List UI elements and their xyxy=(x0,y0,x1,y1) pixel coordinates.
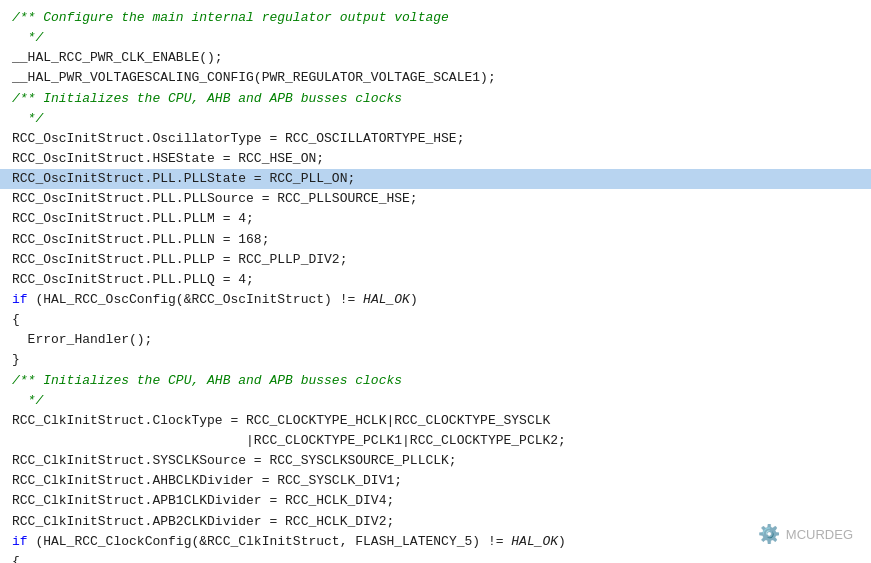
code-line: Error_Handler(); xyxy=(12,330,859,350)
code-line: /** Configure the main internal regulato… xyxy=(12,8,859,28)
code-line: { xyxy=(12,310,859,330)
code-line: if (HAL_RCC_OscConfig(&RCC_OscInitStruct… xyxy=(12,290,859,310)
code-line: __HAL_PWR_VOLTAGESCALING_CONFIG(PWR_REGU… xyxy=(12,68,859,88)
code-line: */ xyxy=(12,28,859,48)
code-line: */ xyxy=(12,391,859,411)
code-line: RCC_ClkInitStruct.AHBCLKDivider = RCC_SY… xyxy=(12,471,859,491)
code-line: } xyxy=(12,350,859,370)
code-line: RCC_ClkInitStruct.SYSCLKSource = RCC_SYS… xyxy=(12,451,859,471)
watermark-icon: ⚙️ xyxy=(758,523,780,545)
code-lines: /** Configure the main internal regulato… xyxy=(12,8,859,563)
code-line: */ xyxy=(12,109,859,129)
code-line: |RCC_CLOCKTYPE_PCLK1|RCC_CLOCKTYPE_PCLK2… xyxy=(12,431,859,451)
code-line: if (HAL_RCC_ClockConfig(&RCC_ClkInitStru… xyxy=(12,532,859,552)
watermark: ⚙️ MCURDEG xyxy=(758,523,853,545)
code-line: RCC_OscInitStruct.HSEState = RCC_HSE_ON; xyxy=(12,149,859,169)
code-line: RCC_OscInitStruct.PLL.PLLState = RCC_PLL… xyxy=(0,169,871,189)
code-line: RCC_ClkInitStruct.ClockType = RCC_CLOCKT… xyxy=(12,411,859,431)
code-line: /** Initializes the CPU, AHB and APB bus… xyxy=(12,89,859,109)
code-line: RCC_OscInitStruct.PLL.PLLM = 4; xyxy=(12,209,859,229)
code-container: /** Configure the main internal regulato… xyxy=(0,0,871,563)
code-line: /** Initializes the CPU, AHB and APB bus… xyxy=(12,371,859,391)
code-line: RCC_OscInitStruct.PLL.PLLQ = 4; xyxy=(12,270,859,290)
code-line: RCC_ClkInitStruct.APB1CLKDivider = RCC_H… xyxy=(12,491,859,511)
code-line: RCC_ClkInitStruct.APB2CLKDivider = RCC_H… xyxy=(12,512,859,532)
code-line: { xyxy=(12,552,859,563)
watermark-text: MCURDEG xyxy=(786,527,853,542)
code-line: RCC_OscInitStruct.OscillatorType = RCC_O… xyxy=(12,129,859,149)
code-line: RCC_OscInitStruct.PLL.PLLN = 168; xyxy=(12,230,859,250)
code-line: __HAL_RCC_PWR_CLK_ENABLE(); xyxy=(12,48,859,68)
code-line: RCC_OscInitStruct.PLL.PLLSource = RCC_PL… xyxy=(12,189,859,209)
code-line: RCC_OscInitStruct.PLL.PLLP = RCC_PLLP_DI… xyxy=(12,250,859,270)
